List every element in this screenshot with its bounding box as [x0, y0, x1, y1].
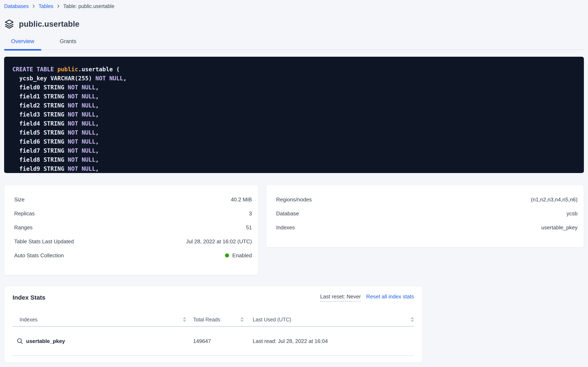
stat-value: ycsb: [567, 210, 578, 217]
stat-row: Size40.2 MiB: [14, 192, 252, 207]
tab-bar: Overview Grants: [4, 38, 584, 50]
tab-grants[interactable]: Grants: [53, 38, 83, 50]
stat-label: Table Stats Last Updated: [14, 238, 74, 245]
page-title: public.usertable: [19, 20, 80, 29]
index-stats-title: Index Stats: [13, 294, 45, 301]
stat-row: Ranges51: [14, 220, 252, 234]
sql-code-line: field9 STRING NOT NULL,: [12, 164, 576, 173]
stat-label: Size: [14, 196, 25, 203]
table-details-card: Size40.2 MiBReplicas3Ranges51Table Stats…: [4, 185, 258, 275]
sql-code-line: CREATE TABLE public.usertable (: [12, 65, 576, 74]
stat-label: Replicas: [14, 210, 35, 217]
chevron-right-icon: [56, 4, 60, 8]
stat-value: usertable_pkey: [541, 224, 578, 231]
stat-value: 3: [249, 210, 252, 217]
index-stats-header: Index Stats Last reset: Never Reset all …: [13, 293, 414, 302]
sql-code-line: field6 STRING NOT NULL,: [12, 137, 576, 146]
column-label: Last Used (UTC): [253, 317, 291, 323]
layers-icon: [4, 19, 14, 29]
index-stats-actions: Last reset: Never Reset all index stats: [320, 293, 414, 302]
sql-code-line: ycsb_key VARCHAR(255) NOT NULL,: [12, 74, 576, 83]
breadcrumb-link-tables[interactable]: Tables: [39, 3, 53, 9]
sql-code-line: field1 STRING NOT NULL,: [12, 92, 576, 101]
column-header-last-used[interactable]: Last Used (UTC): [244, 317, 414, 323]
last-reset-label[interactable]: Last reset: Never: [320, 293, 361, 302]
stat-row: Auto Stats CollectionEnabled: [14, 249, 252, 262]
create-table-statement: CREATE TABLE public.usertable ( ycsb_key…: [4, 57, 584, 173]
sort-icon[interactable]: [183, 317, 186, 322]
sql-code-line: field5 STRING NOT NULL,: [12, 128, 576, 137]
page-header: public.usertable: [4, 18, 584, 30]
index-stats-row[interactable]: usertable_pkey149647Last read: Jul 28, 2…: [13, 327, 414, 356]
tab-overview[interactable]: Overview: [4, 38, 41, 50]
column-header-total-reads[interactable]: Total Reads: [186, 317, 244, 323]
stat-row: Regions/nodes(n1,n2,n3,n4,n5,n6): [276, 192, 578, 207]
stat-label: Auto Stats Collection: [14, 252, 64, 259]
reset-all-index-stats-link[interactable]: Reset all index stats: [366, 293, 414, 300]
breadcrumb-link-databases[interactable]: Databases: [4, 3, 29, 9]
stat-label: Indexes: [276, 224, 295, 231]
last-used-value: Last read: Jul 28, 2022 at 16:04: [253, 338, 328, 344]
sort-icon[interactable]: [411, 317, 414, 322]
stat-label: Regions/nodes: [276, 196, 312, 203]
status-dot-icon: [225, 253, 229, 258]
chevron-right-icon: [32, 4, 36, 8]
stat-value: 40.2 MiB: [231, 196, 252, 203]
sql-code-line: field4 STRING NOT NULL,: [12, 119, 576, 128]
sql-code-line: field7 STRING NOT NULL,: [12, 146, 576, 155]
breadcrumb-current: Table: public.usertable: [63, 3, 115, 9]
sql-code-line: field2 STRING NOT NULL,: [12, 101, 576, 110]
stat-row: Indexesusertable_pkey: [276, 220, 578, 234]
stat-value: 51: [246, 224, 252, 231]
stat-label: Ranges: [14, 224, 33, 231]
stat-row: Replicas3: [14, 207, 252, 220]
index-name: usertable_pkey: [26, 338, 65, 344]
index-stats-card: Index Stats Last reset: Never Reset all …: [4, 286, 422, 362]
breadcrumb: Databases Tables Table: public.usertable: [4, 0, 584, 9]
sql-code-line: field8 STRING NOT NULL,: [12, 155, 576, 164]
sql-code-line: field3 STRING NOT NULL,: [12, 110, 576, 119]
stat-value: Jul 28, 2022 at 16:02 (UTC): [186, 238, 252, 245]
column-label: Total Reads: [193, 317, 220, 323]
stat-value: Enabled: [225, 252, 252, 259]
details-section: Size40.2 MiBReplicas3Ranges51Table Stats…: [4, 185, 584, 275]
index-table-body: usertable_pkey149647Last read: Jul 28, 2…: [13, 327, 414, 356]
stat-row: Databaseycsb: [276, 207, 578, 220]
stat-value: (n1,n2,n3,n4,n5,n6): [531, 196, 578, 203]
table-detail-page: Databases Tables Table: public.usertable…: [0, 0, 588, 362]
column-header-indexes[interactable]: Indexes: [13, 317, 186, 323]
index-table-header: Indexes Total Reads Last Used (UTC): [13, 313, 414, 326]
stat-row: Table Stats Last UpdatedJul 28, 2022 at …: [14, 234, 252, 249]
sort-icon[interactable]: [240, 317, 244, 322]
search-icon: [17, 338, 23, 344]
sql-code-line: field0 STRING NOT NULL,: [12, 83, 576, 92]
total-reads-value: 149647: [193, 338, 211, 344]
stat-label: Database: [276, 210, 299, 217]
column-label: Indexes: [19, 317, 38, 323]
table-meta-card: Regions/nodes(n1,n2,n3,n4,n5,n6)Database…: [266, 185, 584, 247]
